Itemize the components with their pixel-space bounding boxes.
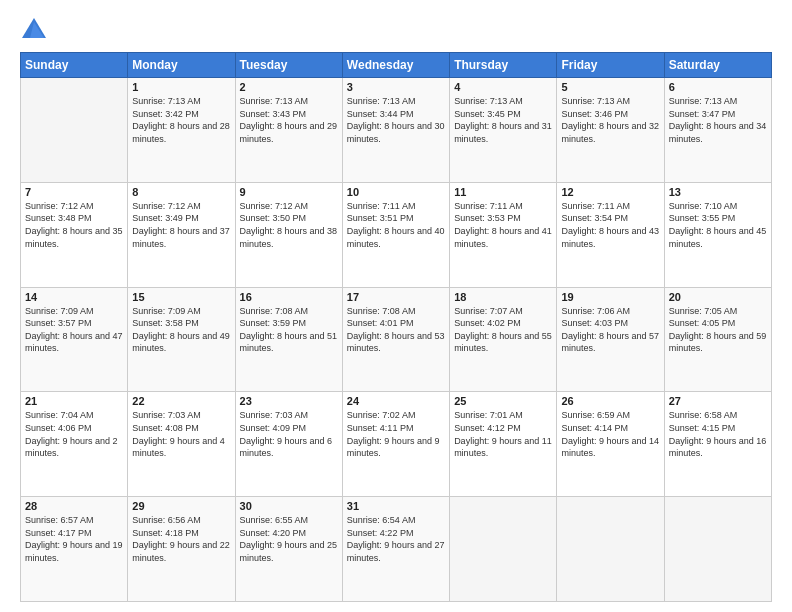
day-info: Sunrise: 6:57 AM Sunset: 4:17 PM Dayligh…: [25, 514, 123, 564]
week-row-4: 21Sunrise: 7:04 AM Sunset: 4:06 PM Dayli…: [21, 392, 772, 497]
day-number: 7: [25, 186, 123, 198]
day-info: Sunrise: 7:11 AM Sunset: 3:51 PM Dayligh…: [347, 200, 445, 250]
day-cell: 10Sunrise: 7:11 AM Sunset: 3:51 PM Dayli…: [342, 182, 449, 287]
day-cell: 16Sunrise: 7:08 AM Sunset: 3:59 PM Dayli…: [235, 287, 342, 392]
day-number: 5: [561, 81, 659, 93]
day-number: 8: [132, 186, 230, 198]
day-info: Sunrise: 6:54 AM Sunset: 4:22 PM Dayligh…: [347, 514, 445, 564]
day-number: 19: [561, 291, 659, 303]
day-number: 22: [132, 395, 230, 407]
day-cell: 26Sunrise: 6:59 AM Sunset: 4:14 PM Dayli…: [557, 392, 664, 497]
weekday-header-row: SundayMondayTuesdayWednesdayThursdayFrid…: [21, 53, 772, 78]
day-cell: 29Sunrise: 6:56 AM Sunset: 4:18 PM Dayli…: [128, 497, 235, 602]
day-info: Sunrise: 6:55 AM Sunset: 4:20 PM Dayligh…: [240, 514, 338, 564]
day-info: Sunrise: 7:11 AM Sunset: 3:53 PM Dayligh…: [454, 200, 552, 250]
day-info: Sunrise: 7:13 AM Sunset: 3:44 PM Dayligh…: [347, 95, 445, 145]
day-number: 6: [669, 81, 767, 93]
day-cell: 11Sunrise: 7:11 AM Sunset: 3:53 PM Dayli…: [450, 182, 557, 287]
day-info: Sunrise: 7:12 AM Sunset: 3:50 PM Dayligh…: [240, 200, 338, 250]
day-info: Sunrise: 7:06 AM Sunset: 4:03 PM Dayligh…: [561, 305, 659, 355]
day-info: Sunrise: 7:03 AM Sunset: 4:08 PM Dayligh…: [132, 409, 230, 459]
day-cell: 31Sunrise: 6:54 AM Sunset: 4:22 PM Dayli…: [342, 497, 449, 602]
day-cell: 15Sunrise: 7:09 AM Sunset: 3:58 PM Dayli…: [128, 287, 235, 392]
day-number: 21: [25, 395, 123, 407]
week-row-3: 14Sunrise: 7:09 AM Sunset: 3:57 PM Dayli…: [21, 287, 772, 392]
day-cell: [21, 78, 128, 183]
weekday-header-sunday: Sunday: [21, 53, 128, 78]
day-cell: 25Sunrise: 7:01 AM Sunset: 4:12 PM Dayli…: [450, 392, 557, 497]
day-number: 28: [25, 500, 123, 512]
weekday-header-friday: Friday: [557, 53, 664, 78]
day-cell: [450, 497, 557, 602]
week-row-1: 1Sunrise: 7:13 AM Sunset: 3:42 PM Daylig…: [21, 78, 772, 183]
weekday-header-monday: Monday: [128, 53, 235, 78]
day-number: 14: [25, 291, 123, 303]
day-info: Sunrise: 7:13 AM Sunset: 3:46 PM Dayligh…: [561, 95, 659, 145]
day-cell: 7Sunrise: 7:12 AM Sunset: 3:48 PM Daylig…: [21, 182, 128, 287]
day-info: Sunrise: 7:07 AM Sunset: 4:02 PM Dayligh…: [454, 305, 552, 355]
day-cell: 2Sunrise: 7:13 AM Sunset: 3:43 PM Daylig…: [235, 78, 342, 183]
day-number: 29: [132, 500, 230, 512]
day-number: 23: [240, 395, 338, 407]
day-info: Sunrise: 7:05 AM Sunset: 4:05 PM Dayligh…: [669, 305, 767, 355]
day-number: 31: [347, 500, 445, 512]
page: SundayMondayTuesdayWednesdayThursdayFrid…: [0, 0, 792, 612]
day-info: Sunrise: 7:08 AM Sunset: 4:01 PM Dayligh…: [347, 305, 445, 355]
logo: [20, 16, 52, 44]
day-cell: 18Sunrise: 7:07 AM Sunset: 4:02 PM Dayli…: [450, 287, 557, 392]
day-cell: 13Sunrise: 7:10 AM Sunset: 3:55 PM Dayli…: [664, 182, 771, 287]
day-info: Sunrise: 7:01 AM Sunset: 4:12 PM Dayligh…: [454, 409, 552, 459]
week-row-5: 28Sunrise: 6:57 AM Sunset: 4:17 PM Dayli…: [21, 497, 772, 602]
day-number: 1: [132, 81, 230, 93]
day-cell: 4Sunrise: 7:13 AM Sunset: 3:45 PM Daylig…: [450, 78, 557, 183]
day-info: Sunrise: 7:13 AM Sunset: 3:47 PM Dayligh…: [669, 95, 767, 145]
day-cell: 23Sunrise: 7:03 AM Sunset: 4:09 PM Dayli…: [235, 392, 342, 497]
day-number: 10: [347, 186, 445, 198]
logo-icon: [20, 16, 48, 44]
day-info: Sunrise: 7:03 AM Sunset: 4:09 PM Dayligh…: [240, 409, 338, 459]
day-cell: 22Sunrise: 7:03 AM Sunset: 4:08 PM Dayli…: [128, 392, 235, 497]
day-info: Sunrise: 7:09 AM Sunset: 3:57 PM Dayligh…: [25, 305, 123, 355]
day-number: 2: [240, 81, 338, 93]
day-number: 3: [347, 81, 445, 93]
day-cell: [664, 497, 771, 602]
day-info: Sunrise: 7:04 AM Sunset: 4:06 PM Dayligh…: [25, 409, 123, 459]
day-cell: 24Sunrise: 7:02 AM Sunset: 4:11 PM Dayli…: [342, 392, 449, 497]
weekday-header-tuesday: Tuesday: [235, 53, 342, 78]
day-info: Sunrise: 7:12 AM Sunset: 3:48 PM Dayligh…: [25, 200, 123, 250]
day-cell: 8Sunrise: 7:12 AM Sunset: 3:49 PM Daylig…: [128, 182, 235, 287]
day-number: 16: [240, 291, 338, 303]
day-number: 17: [347, 291, 445, 303]
day-info: Sunrise: 7:13 AM Sunset: 3:42 PM Dayligh…: [132, 95, 230, 145]
calendar: SundayMondayTuesdayWednesdayThursdayFrid…: [20, 52, 772, 602]
day-number: 25: [454, 395, 552, 407]
day-info: Sunrise: 7:13 AM Sunset: 3:45 PM Dayligh…: [454, 95, 552, 145]
day-number: 11: [454, 186, 552, 198]
day-cell: 1Sunrise: 7:13 AM Sunset: 3:42 PM Daylig…: [128, 78, 235, 183]
day-number: 30: [240, 500, 338, 512]
weekday-header-wednesday: Wednesday: [342, 53, 449, 78]
day-number: 9: [240, 186, 338, 198]
day-cell: 5Sunrise: 7:13 AM Sunset: 3:46 PM Daylig…: [557, 78, 664, 183]
header: [20, 16, 772, 44]
day-info: Sunrise: 7:08 AM Sunset: 3:59 PM Dayligh…: [240, 305, 338, 355]
week-row-2: 7Sunrise: 7:12 AM Sunset: 3:48 PM Daylig…: [21, 182, 772, 287]
weekday-header-saturday: Saturday: [664, 53, 771, 78]
day-info: Sunrise: 6:56 AM Sunset: 4:18 PM Dayligh…: [132, 514, 230, 564]
day-number: 27: [669, 395, 767, 407]
day-number: 18: [454, 291, 552, 303]
day-number: 26: [561, 395, 659, 407]
day-cell: 27Sunrise: 6:58 AM Sunset: 4:15 PM Dayli…: [664, 392, 771, 497]
day-info: Sunrise: 7:09 AM Sunset: 3:58 PM Dayligh…: [132, 305, 230, 355]
day-info: Sunrise: 7:12 AM Sunset: 3:49 PM Dayligh…: [132, 200, 230, 250]
day-number: 13: [669, 186, 767, 198]
day-info: Sunrise: 7:13 AM Sunset: 3:43 PM Dayligh…: [240, 95, 338, 145]
day-number: 24: [347, 395, 445, 407]
day-number: 12: [561, 186, 659, 198]
day-cell: 28Sunrise: 6:57 AM Sunset: 4:17 PM Dayli…: [21, 497, 128, 602]
day-cell: 6Sunrise: 7:13 AM Sunset: 3:47 PM Daylig…: [664, 78, 771, 183]
day-info: Sunrise: 7:02 AM Sunset: 4:11 PM Dayligh…: [347, 409, 445, 459]
day-number: 4: [454, 81, 552, 93]
day-number: 15: [132, 291, 230, 303]
day-cell: 19Sunrise: 7:06 AM Sunset: 4:03 PM Dayli…: [557, 287, 664, 392]
